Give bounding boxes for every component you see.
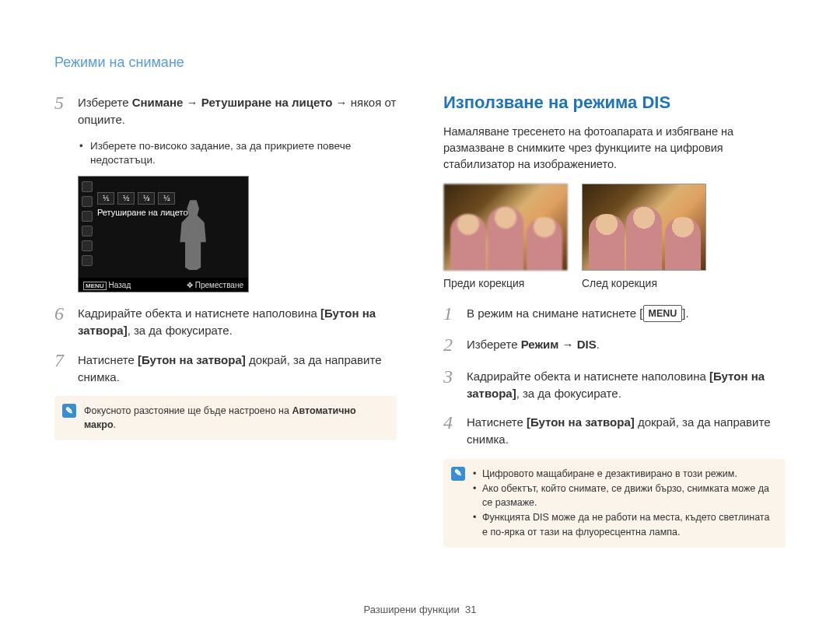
text-prefix: Кадрирайте обекта и натиснете наполовина	[467, 370, 709, 383]
lcd-icon	[82, 211, 93, 222]
right-column: Използване на режима DIS Намаляване трес…	[443, 93, 786, 548]
lcd-option: ⅟₂	[117, 192, 135, 205]
lcd-option: ⅟₃	[138, 192, 155, 205]
lcd-icon	[82, 226, 93, 236]
note-item-text: Цифровото мащабиране е дезактивирано в т…	[482, 467, 737, 482]
dis-notes: ✎ •Цифровото мащабиране е дезактивирано …	[443, 459, 786, 548]
content-columns: 5 Изберете Снимане → Ретуширане на лицет…	[54, 93, 786, 548]
footer-page-number: 31	[465, 604, 476, 615]
step-text: Изберете Режим → DIS.	[467, 335, 600, 355]
caption-after: След корекция	[582, 277, 706, 289]
dis-intro: Намаляване тресенето на фотоапарата и из…	[443, 124, 786, 173]
lcd-icon	[82, 240, 93, 251]
text-prefix: Изберете	[467, 338, 521, 351]
lcd-bottom-bar: MENUНазад ✥ Преместване	[79, 278, 248, 292]
note-item: •Цифровото мащабиране е дезактивирано в …	[473, 467, 776, 482]
text-bold: Снимане → Ретуширане на лицето →	[132, 96, 348, 109]
dis-step-1: 1 В режим на снимане натиснете [MENU].	[443, 303, 786, 324]
note-text: Фокусното разстояние ще бъде настроено н…	[84, 404, 387, 432]
text-suffix: , за да фокусирате.	[516, 387, 621, 400]
text-bold: Режим → DIS	[521, 338, 597, 351]
note-icon: ✎	[451, 467, 465, 481]
step-text: Кадрирайте обекта и натиснете наполовина…	[467, 366, 786, 402]
lcd-icon	[82, 255, 93, 266]
lcd-move-label: Преместване	[195, 281, 243, 289]
text-bold: [Бутон на затвора]	[527, 415, 635, 429]
note-suffix: .	[114, 419, 116, 430]
photo-after	[582, 184, 706, 271]
text-prefix: Изберете	[78, 96, 132, 109]
step-number: 5	[54, 93, 78, 128]
text-suffix: ].	[682, 306, 688, 320]
step-6: 6 Кадрирайте обекта и натиснете наполови…	[54, 303, 397, 339]
dis-step-4: 4 Натиснете [Бутон на затвора] докрай, з…	[443, 412, 786, 448]
step-number: 1	[443, 303, 467, 324]
lcd-back: MENUНазад	[83, 281, 131, 289]
dis-step-3: 3 Кадрирайте обекта и натиснете наполови…	[443, 366, 786, 402]
person-shape	[527, 217, 562, 270]
step-text: Изберете Снимане → Ретуширане на лицето …	[78, 93, 397, 128]
text-prefix: Натиснете	[467, 415, 527, 429]
note-item-text: Функцията DIS може да не работи на места…	[482, 510, 776, 540]
lcd-option: ⅟₁	[97, 192, 114, 205]
bullet-dot: •	[79, 139, 90, 169]
step-text: Натиснете [Бутон на затвора] докрай, за …	[467, 412, 786, 448]
note-icon: ✎	[62, 404, 76, 418]
section-title-dis: Използване на режима DIS	[443, 93, 786, 113]
person-shape	[589, 214, 625, 270]
step-number: 7	[54, 350, 78, 386]
text-prefix: Натиснете	[78, 353, 138, 366]
lcd-back-label: Назад	[109, 281, 131, 289]
page-footer: Разширени функции 31	[0, 604, 840, 615]
page-header: Режими на снимане	[54, 54, 786, 71]
person-shape	[665, 217, 701, 270]
person-shape	[626, 206, 662, 270]
lcd-mode-label: Ретуширане на лицето	[97, 208, 188, 217]
footer-section: Разширени функции	[363, 604, 459, 615]
step-text: В режим на снимане натиснете [MENU].	[467, 303, 689, 324]
note-item: •Функцията DIS може да не работи на мест…	[473, 510, 776, 540]
text-suffix: .	[597, 338, 600, 351]
person-shape	[488, 206, 523, 270]
photo-before	[443, 184, 568, 271]
step-number: 2	[443, 335, 467, 355]
lcd-option-row: ⅟₁ ⅟₂ ⅟₃ ⅟₄	[97, 192, 175, 205]
lcd-move: ✥ Преместване	[187, 281, 243, 289]
lcd-option: ⅟₄	[158, 192, 175, 205]
comparison-photos	[443, 184, 786, 271]
dis-step-2: 2 Изберете Режим → DIS.	[443, 335, 786, 355]
lcd-icon	[82, 181, 93, 192]
caption-before: Преди корекция	[443, 277, 568, 289]
note-item: •Ако обектът, който снимате, се движи бъ…	[473, 482, 776, 511]
step-5-bullet: • Изберете по-високо задание, за да прик…	[79, 139, 397, 169]
step-text: Натиснете [Бутон на затвора] докрай, за …	[78, 350, 397, 386]
bullet-text: Изберете по-високо задание, за да прикри…	[90, 139, 397, 169]
menu-key-icon: MENU	[643, 305, 683, 322]
step-7: 7 Натиснете [Бутон на затвора] докрай, з…	[54, 350, 397, 386]
step-number: 4	[443, 412, 467, 448]
comparison-captions: Преди корекция След корекция	[443, 277, 786, 289]
note-list: •Цифровото мащабиране е дезактивирано в …	[473, 467, 776, 540]
text-prefix: В режим на снимане натиснете [	[467, 306, 643, 320]
menu-key-icon: MENU	[83, 282, 107, 290]
step-5: 5 Изберете Снимане → Ретуширане на лицет…	[54, 93, 397, 128]
note-prefix: Фокусното разстояние ще бъде настроено н…	[84, 405, 292, 416]
text-prefix: Кадрирайте обекта и натиснете наполовина	[78, 306, 320, 320]
step-number: 6	[54, 303, 78, 339]
person-shape	[450, 214, 486, 270]
lcd-icon	[82, 196, 93, 207]
camera-lcd-preview: ⅟₁ ⅟₂ ⅟₃ ⅟₄ Ретуширане на лицето MENUНаз…	[78, 176, 249, 292]
step-text: Кадрирайте обекта и натиснете наполовина…	[78, 303, 397, 339]
text-suffix: , за да фокусирате.	[128, 324, 233, 337]
note-item-text: Ако обектът, който снимате, се движи бър…	[482, 482, 776, 511]
step-number: 3	[443, 366, 467, 402]
left-column: 5 Изберете Снимане → Ретуширане на лицет…	[54, 93, 397, 548]
text-bold: [Бутон на затвора]	[138, 353, 246, 366]
lcd-side-icons	[82, 181, 93, 266]
note-focus-distance: ✎ Фокусното разстояние ще бъде настроено…	[54, 396, 397, 440]
